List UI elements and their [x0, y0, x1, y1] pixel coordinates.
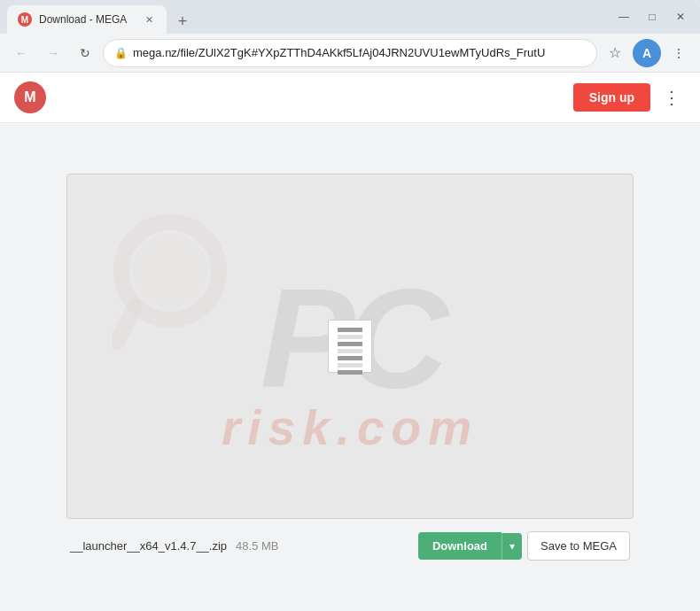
zip-stripe-7	[338, 370, 363, 375]
mega-header: M Sign up ⋮	[0, 73, 700, 123]
close-button[interactable]: ✕	[668, 4, 693, 29]
address-bar[interactable]: 🔒 mega.nz/file/ZUlX2TgK#YXpZTThD4AKkf5Lf…	[103, 39, 597, 67]
minimize-button[interactable]: —	[611, 4, 636, 29]
file-size: 48.5 MB	[236, 539, 278, 553]
address-text: mega.nz/file/ZUlX2TgK#YXpZTThD4AKkf5LfAj…	[133, 46, 586, 59]
new-tab-button[interactable]: +	[170, 9, 195, 34]
forward-button[interactable]: →	[39, 39, 67, 67]
action-buttons: Download ▾ Save to MEGA	[418, 531, 630, 561]
file-info-bar: __launcher__x64_v1.4.7__.zip 48.5 MB Dow…	[66, 531, 634, 561]
zip-stripe-6	[338, 363, 363, 367]
zip-stripe-4	[338, 349, 363, 353]
file-name: __launcher__x64_v1.4.7__.zip	[70, 539, 227, 553]
risk-watermark: risk.com	[222, 399, 478, 456]
main-area: PC risk.com	[0, 123, 700, 611]
header-menu-icon[interactable]: ⋮	[657, 83, 686, 112]
svg-line-2	[117, 306, 135, 342]
tab-close-button[interactable]: ✕	[142, 12, 156, 27]
tab-bar: M Download - MEGA ✕ +	[7, 0, 611, 34]
save-to-mega-button[interactable]: Save to MEGA	[527, 531, 630, 561]
dropdown-arrow-icon: ▾	[509, 540, 515, 553]
active-tab[interactable]: M Download - MEGA ✕	[7, 5, 167, 34]
bookmark-button[interactable]: ☆	[601, 39, 629, 67]
zip-stripe-5	[338, 356, 363, 360]
browser-menu-button[interactable]: ⋮	[665, 39, 693, 67]
download-dropdown-button[interactable]: ▾	[502, 533, 522, 560]
favicon-letter: M	[21, 15, 28, 25]
refresh-button[interactable]: ↻	[71, 39, 99, 67]
zip-stripe-2	[338, 335, 363, 339]
tab-title: Download - MEGA	[39, 13, 135, 26]
profile-button[interactable]: A	[633, 39, 661, 67]
svg-point-1	[133, 234, 207, 308]
nav-bar: ← → ↻ 🔒 mega.nz/file/ZUlX2TgK#YXpZTThD4A…	[0, 34, 700, 73]
signup-button[interactable]: Sign up	[573, 83, 650, 112]
file-name-size: __launcher__x64_v1.4.7__.zip 48.5 MB	[70, 539, 279, 553]
zip-file-icon	[328, 320, 372, 373]
page-content: M Sign up ⋮	[0, 73, 700, 611]
mega-logo[interactable]: M	[14, 81, 46, 113]
maximize-button[interactable]: □	[640, 4, 665, 29]
back-button[interactable]: ←	[7, 39, 35, 67]
window-controls: — □ ✕	[611, 4, 693, 29]
zip-stripe-1	[338, 328, 363, 332]
svg-point-0	[121, 222, 219, 320]
zip-stripe-3	[338, 342, 363, 346]
zip-stripes	[329, 321, 371, 377]
tab-favicon: M	[18, 12, 32, 27]
download-button[interactable]: Download	[418, 532, 502, 560]
title-bar: M Download - MEGA ✕ + — □ ✕	[0, 0, 700, 34]
file-preview-box: PC risk.com	[66, 174, 634, 519]
browser-window: M Download - MEGA ✕ + — □ ✕ ← → ↻ 🔒 mega…	[0, 0, 700, 611]
lock-icon: 🔒	[114, 47, 128, 59]
magnifier-watermark	[113, 209, 237, 372]
